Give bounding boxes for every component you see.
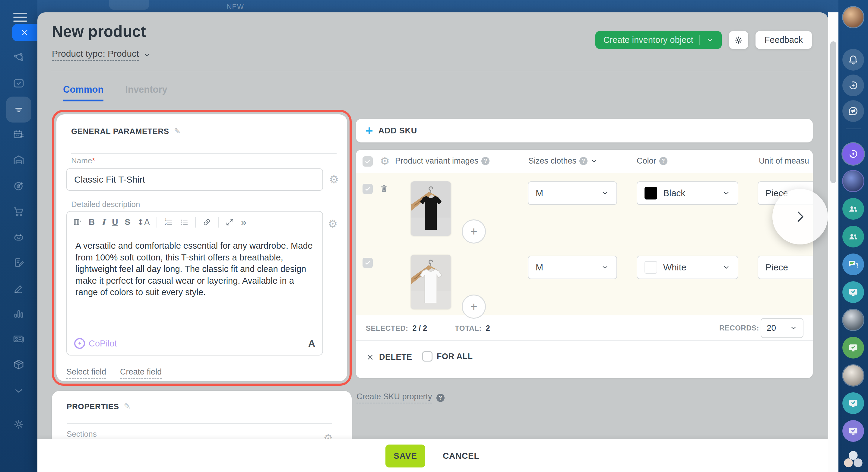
- settings-button[interactable]: [729, 31, 748, 49]
- sidebar-item-more[interactable]: [0, 382, 37, 399]
- add-image-button[interactable]: +: [462, 219, 486, 243]
- sidebar-item-assistant[interactable]: [0, 229, 37, 245]
- edit-pencil-icon[interactable]: ✎: [174, 126, 181, 136]
- user-avatar[interactable]: [843, 309, 864, 330]
- copilot-icon[interactable]: ✦: [74, 338, 85, 349]
- description-editor[interactable]: B I U S ↕A 12: [66, 211, 323, 355]
- document-edit-icon: [12, 256, 25, 269]
- close-modal-button[interactable]: [12, 24, 37, 41]
- format-block-icon[interactable]: [73, 217, 82, 227]
- filter-list-icon: [12, 103, 25, 116]
- cancel-button[interactable]: CANCEL: [443, 445, 479, 468]
- create-field-link[interactable]: Create field: [120, 367, 162, 379]
- row-checkbox[interactable]: [363, 258, 373, 268]
- board-check-button[interactable]: [842, 337, 864, 358]
- field-gear-icon[interactable]: ⚙: [328, 218, 338, 229]
- notifications-button[interactable]: [842, 49, 864, 70]
- sidebar-item-signature[interactable]: [0, 280, 37, 297]
- unit-select[interactable]: Piece: [757, 256, 813, 279]
- sidebar-item-analytics[interactable]: [0, 305, 37, 322]
- scrollbar-thumb[interactable]: [830, 41, 836, 183]
- select-field-link[interactable]: Select field: [66, 367, 106, 379]
- variant-image-black-tshirt[interactable]: [411, 181, 451, 236]
- create-sku-property-link[interactable]: Create SKU property: [356, 392, 432, 404]
- sidebar-item-packages[interactable]: [0, 356, 37, 373]
- sidebar-item-cart[interactable]: [0, 203, 37, 220]
- table-settings-gear-icon[interactable]: ⚙: [380, 156, 390, 167]
- help-icon[interactable]: ?: [436, 394, 444, 402]
- sidebar-item-network[interactable]: [0, 50, 37, 66]
- description-text[interactable]: A versatile and comfortable essential fo…: [67, 233, 322, 332]
- table-scroll-next-button[interactable]: [772, 189, 828, 244]
- ordered-list-icon[interactable]: 12: [164, 217, 173, 227]
- sidebar-item-documents[interactable]: [0, 254, 37, 271]
- link-icon[interactable]: [203, 217, 211, 227]
- add-sku-card[interactable]: + ADD SKU: [356, 119, 813, 143]
- copilot-button[interactable]: [842, 75, 864, 96]
- edit-pencil-icon[interactable]: ✎: [124, 402, 131, 411]
- bold-icon[interactable]: B: [89, 217, 95, 227]
- copilot-active-button[interactable]: [842, 143, 864, 165]
- help-icon[interactable]: ?: [659, 157, 668, 165]
- column-header-sizes[interactable]: Sizes clothes ?: [528, 156, 598, 166]
- chat-exchange-button[interactable]: [842, 100, 864, 122]
- color-select[interactable]: White: [637, 256, 738, 279]
- field-gear-icon[interactable]: ⚙: [329, 174, 339, 185]
- add-image-button[interactable]: +: [462, 295, 486, 319]
- records-per-page-select[interactable]: 20: [761, 318, 803, 338]
- sidebar-item-tasks[interactable]: [0, 75, 37, 92]
- delete-action[interactable]: DELETE: [366, 353, 412, 362]
- sidebar-item-id-card[interactable]: [0, 330, 37, 347]
- save-button[interactable]: SAVE: [385, 445, 425, 468]
- avatar-group[interactable]: [843, 449, 864, 470]
- scrollbar[interactable]: [828, 12, 838, 472]
- row-checkbox[interactable]: [363, 184, 373, 194]
- for-all-toggle[interactable]: FOR ALL: [422, 351, 473, 361]
- size-select[interactable]: M: [528, 181, 617, 205]
- robot-icon: [12, 231, 25, 243]
- chat-messages-button[interactable]: [842, 254, 864, 275]
- cat-avatar[interactable]: [843, 365, 864, 386]
- product-type-dropdown[interactable]: Product type: Product: [52, 49, 151, 61]
- column-header-images[interactable]: Product variant images ?: [395, 156, 490, 166]
- fullscreen-icon[interactable]: [225, 217, 234, 227]
- sidebar-item-warehouse[interactable]: [0, 151, 37, 168]
- board-check-button[interactable]: [842, 392, 864, 414]
- for-all-checkbox[interactable]: [422, 351, 433, 361]
- bullet-list-icon[interactable]: [180, 217, 188, 227]
- tab-inventory[interactable]: Inventory: [125, 84, 167, 101]
- board-check-button[interactable]: [842, 420, 864, 442]
- target-icon: [12, 180, 25, 192]
- help-icon[interactable]: ?: [482, 157, 490, 165]
- help-icon[interactable]: ?: [579, 157, 588, 165]
- line-height-icon[interactable]: ↕A: [137, 217, 150, 227]
- text-style-button[interactable]: A: [308, 338, 315, 349]
- italic-icon[interactable]: I: [101, 217, 105, 227]
- team-button[interactable]: [842, 226, 864, 247]
- sidebar-item-planner[interactable]: [0, 126, 37, 143]
- underline-icon[interactable]: U: [112, 217, 118, 227]
- variant-image-white-tshirt[interactable]: [411, 255, 451, 309]
- board-check-button[interactable]: [842, 281, 864, 303]
- copilot-label[interactable]: CoPilot: [89, 338, 117, 349]
- sidebar-item-goals[interactable]: [0, 177, 37, 194]
- size-select[interactable]: M: [528, 256, 617, 279]
- team-button[interactable]: [842, 198, 864, 220]
- create-inventory-object-button[interactable]: Create inventory object: [595, 31, 721, 49]
- column-header-color[interactable]: Color ?: [637, 156, 668, 166]
- more-tools-icon[interactable]: »: [241, 217, 246, 228]
- user-avatar[interactable]: [843, 7, 864, 27]
- select-all-checkbox[interactable]: [363, 156, 373, 167]
- sidebar-item-settings[interactable]: [0, 416, 37, 433]
- trash-icon[interactable]: [379, 183, 389, 195]
- menu-button[interactable]: [13, 13, 27, 22]
- chevron-down-icon: [789, 324, 798, 332]
- strikethrough-icon[interactable]: S: [125, 217, 131, 227]
- feedback-button[interactable]: Feedback: [755, 31, 812, 49]
- sidebar-item-products-active[interactable]: [0, 101, 37, 118]
- column-header-unit[interactable]: Unit of measu: [759, 156, 809, 166]
- name-input[interactable]: [66, 168, 323, 191]
- tab-common[interactable]: Common: [63, 84, 103, 101]
- color-select[interactable]: Black: [637, 181, 738, 205]
- user-avatar[interactable]: [843, 171, 864, 191]
